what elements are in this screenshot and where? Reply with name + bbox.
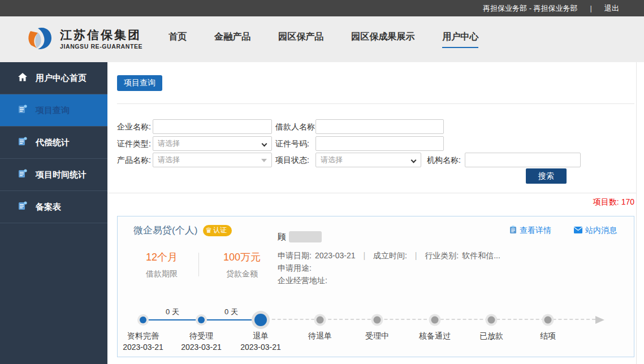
crown-icon: ♛ <box>205 226 212 235</box>
certified-badge-label: 认证 <box>213 226 227 235</box>
card-header: 微企易贷(个人) ♛ 认证 查看详情 <box>118 216 634 237</box>
step-label: 退单 <box>253 331 269 341</box>
org-name-input[interactable] <box>465 153 581 167</box>
sidebar-item-project-query[interactable]: 项目查询 <box>0 94 107 127</box>
main-nav: 首页 金融产品 园区保产品 园区保成果展示 用户中心 <box>168 31 478 48</box>
timeline-dot-done <box>140 317 146 323</box>
sidebar-item-compensation-stats[interactable]: 代偿统计 <box>0 127 107 159</box>
step-date: 2023-03-21 <box>123 343 163 352</box>
nav-item-park-results[interactable]: 园区保成果展示 <box>351 31 414 48</box>
product-name-select[interactable]: 请选择 <box>153 153 272 167</box>
nav-item-financial-products[interactable]: 金融产品 <box>214 31 250 48</box>
sidebar-item-label: 项目时间统计 <box>36 170 87 180</box>
document-icon <box>18 201 27 213</box>
project-status-select[interactable]: 请选择 <box>315 153 421 167</box>
company-name-input[interactable] <box>153 119 272 134</box>
cert-no-label: 证件号码: <box>275 136 309 151</box>
company-name-label: 企业名称: <box>117 119 151 134</box>
purpose-label: 申请用途: <box>278 263 312 272</box>
logout-link[interactable]: 退出 <box>604 3 619 14</box>
step-label: 结项 <box>540 331 556 341</box>
document-icon <box>18 169 27 180</box>
step-date: 2023-03-21 <box>240 343 281 352</box>
timeline-dot-pending <box>317 317 324 324</box>
industry-value: 软件和信... <box>462 251 500 260</box>
chevron-down-icon <box>262 141 267 147</box>
timeline-dot-pending <box>544 317 552 324</box>
chevron-down-icon <box>411 158 417 163</box>
home-icon <box>18 73 27 84</box>
timeline-arrow-icon <box>595 316 604 324</box>
stat-divider <box>198 253 199 276</box>
step-label: 待退单 <box>308 331 332 341</box>
view-detail-label: 查看详情 <box>520 226 551 236</box>
timeline-dot-done <box>198 317 205 323</box>
project-count: 项目数: 170 <box>593 197 634 207</box>
cert-no-input[interactable] <box>315 136 444 151</box>
step-label: 资料完善 <box>127 331 159 341</box>
step-date: 2023-03-21 <box>181 343 222 352</box>
divider <box>107 193 637 193</box>
sidebar-item-filing-form[interactable]: 备案表 <box>0 191 107 223</box>
cert-type-value: 请选择 <box>158 138 180 149</box>
nav-item-user-center[interactable]: 用户中心 <box>442 31 478 48</box>
address-line: 企业经营地址: <box>278 276 327 286</box>
logo: 江苏信保集团 JIANGSU RE-GUARANTEE <box>26 25 142 54</box>
project-count-label: 项目数: <box>593 197 619 206</box>
sidebar: 用户中心首页 项目查询 代偿统计 项目时间统计 备案表 <box>0 62 107 364</box>
logo-text: 江苏信保集团 JIANGSU RE-GUARANTEE <box>60 29 142 50</box>
topbar: 再担保业务部 - 再担保业务部 | 退出 <box>0 0 644 16</box>
duration-label: 0 天 <box>224 307 238 317</box>
sidebar-item-project-time-stats[interactable]: 项目时间统计 <box>0 159 107 191</box>
nav-item-home[interactable]: 首页 <box>168 31 187 48</box>
project-card: 微企易贷(个人) ♛ 认证 查看详情 <box>117 216 634 357</box>
step-label: 已放款 <box>479 331 503 341</box>
card-links: 查看详情 站内消息 <box>509 226 617 236</box>
address-label: 企业经营地址: <box>278 276 327 285</box>
loan-term-value: 12个月 <box>125 250 198 264</box>
clipboard-icon <box>509 226 517 236</box>
product-title: 微企易贷(个人) <box>133 224 197 237</box>
certified-badge: ♛ 认证 <box>203 225 232 236</box>
purpose-line: 申请用途: <box>278 263 312 274</box>
product-name-label: 产品名称: <box>117 153 151 167</box>
step-label: 核备通过 <box>419 331 451 341</box>
loan-amount-stat: 100万元 贷款金额 <box>205 250 279 279</box>
borrower-name-input[interactable] <box>315 119 444 134</box>
topbar-user: 再担保业务部 - 再担保业务部 <box>483 3 578 14</box>
view-detail-link[interactable]: 查看详情 <box>509 226 551 236</box>
main-layout: 用户中心首页 项目查询 代偿统计 项目时间统计 备案表 <box>0 62 644 364</box>
timeline-dot-pending <box>374 317 381 324</box>
triangle-down-icon <box>261 159 267 162</box>
project-query-tab[interactable]: 项目查询 <box>117 75 162 91</box>
divider <box>117 103 634 104</box>
apply-info-line: 申请日期:2023-03-21 | 成立时间: | 行业类别:软件和信... <box>278 251 500 261</box>
borrower-surname: 顾 <box>278 232 286 242</box>
loan-amount-caption: 贷款金额 <box>205 269 279 279</box>
document-icon <box>18 105 27 116</box>
cert-type-select[interactable]: 请选择 <box>153 136 272 151</box>
sidebar-item-user-center-home[interactable]: 用户中心首页 <box>0 62 107 94</box>
borrower-name-label: 借款人名称: <box>275 119 317 134</box>
nav-item-park-products[interactable]: 园区保产品 <box>278 31 323 48</box>
establish-time-label: 成立时间: <box>373 251 407 260</box>
topbar-separator: | <box>590 4 592 12</box>
borrower-name: 顾 <box>278 231 322 242</box>
step-label: 受理中 <box>365 331 389 341</box>
duration-label: 0 天 <box>166 307 179 317</box>
search-button[interactable]: 搜索 <box>526 168 567 184</box>
envelope-icon <box>574 226 582 235</box>
project-count-value: 170 <box>621 197 634 206</box>
loan-amount-value: 100万元 <box>205 250 279 264</box>
timeline-dot-current <box>254 314 267 326</box>
project-status-value: 请选择 <box>321 155 343 165</box>
site-message-label: 站内消息 <box>585 226 617 236</box>
loan-term-caption: 借款期限 <box>125 269 198 279</box>
product-name-value: 请选择 <box>158 155 180 165</box>
step-label: 待受理 <box>189 331 213 341</box>
logo-name-en: JIANGSU RE-GUARANTEE <box>60 43 142 50</box>
org-name-label: 机构名称: <box>427 153 461 167</box>
sidebar-item-label: 项目查询 <box>36 105 70 116</box>
sidebar-item-label: 备案表 <box>36 202 61 213</box>
site-message-link[interactable]: 站内消息 <box>574 226 617 236</box>
